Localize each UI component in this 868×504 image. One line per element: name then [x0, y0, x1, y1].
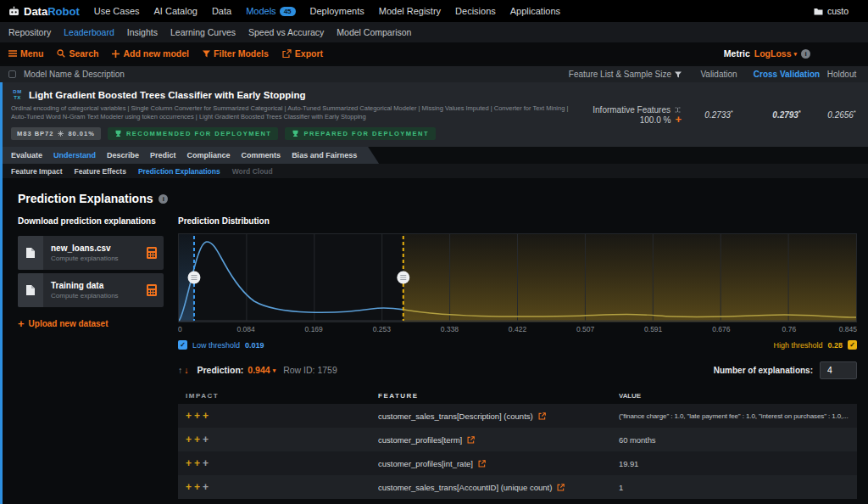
x-tick-label: 0.591 [644, 325, 662, 333]
tab-predict[interactable]: Predict [150, 151, 176, 160]
filter-icon [675, 71, 682, 78]
dataset-card-training-data[interactable]: Training data Compute explanations [18, 273, 164, 307]
page-title-info-icon[interactable]: i [159, 194, 168, 204]
feature-cell: customer_sales_trans[AccountID] (unique … [378, 483, 619, 492]
calculator-icon [147, 247, 157, 259]
impact-plus-icon: + [186, 410, 192, 422]
prediction-value: 0.944 [248, 365, 270, 375]
metric-info-icon[interactable]: i [801, 49, 810, 59]
sort-ascending-icon[interactable]: ↑ [178, 365, 182, 375]
tab-evaluate[interactable]: Evaluate [11, 151, 42, 160]
model-tabs: Evaluate Understand Describe Predict Com… [3, 147, 379, 164]
sample-size: 100.0 % [640, 115, 671, 125]
nav-ai-catalog[interactable]: AI Catalog [154, 6, 198, 16]
dataset-text: new_loans.csv Compute explanations [43, 244, 147, 262]
nav-data[interactable]: Data [212, 6, 231, 16]
calculator-icon [147, 284, 157, 296]
leaderboard-toolbar: Menu Search Add new model Filter Models … [0, 42, 868, 64]
prediction-value-dropdown[interactable]: 0.944 ▾ [248, 365, 275, 375]
metric-value: LogLoss [754, 48, 792, 59]
metric-label: Metric [724, 48, 750, 59]
increase-sample-button[interactable]: + [675, 115, 682, 124]
model-title: Light Gradient Boosted Trees Classifier … [29, 90, 306, 100]
nav-speed-vs-accuracy[interactable]: Speed vs Accuracy [248, 27, 324, 37]
column-validation[interactable]: Validation [687, 70, 751, 79]
subtab-feature-effects[interactable]: Feature Effects [74, 167, 125, 176]
model-metrics: Informative Features 100.0 % + 0.2733* 0… [492, 89, 868, 140]
open-feature-button[interactable] [538, 412, 546, 420]
nav-model-comparison[interactable]: Model Comparison [337, 27, 411, 37]
low-threshold-handle[interactable] [187, 272, 200, 284]
nav-use-cases[interactable]: Use Cases [94, 6, 140, 16]
num-explanations-input[interactable] [820, 361, 857, 379]
export-button[interactable]: Export [282, 48, 323, 59]
tab-compliance[interactable]: Compliance [187, 151, 231, 160]
feature-name: customer_profiles[term] [378, 435, 462, 445]
datarobot-logo[interactable]: DataRobot [8, 5, 80, 18]
plus-icon [112, 50, 120, 58]
menu-button[interactable]: Menu [8, 48, 43, 59]
x-tick-label: 0.084 [236, 325, 254, 333]
explanations-table: IMPACT FEATURE VALUE +++ customer_sales_… [178, 387, 857, 499]
impact-plus-icon: + [203, 481, 209, 493]
subtab-feature-impact[interactable]: Feature Impact [11, 167, 62, 176]
tab-describe[interactable]: Describe [107, 151, 139, 160]
download-section: Download prediction explanations new_loa… [18, 216, 164, 499]
nav-leaderboard[interactable]: Leaderboard [64, 27, 114, 37]
open-feature-button[interactable] [557, 484, 565, 491]
prediction-explanations-panel: Prediction Explanations i Download predi… [3, 178, 868, 504]
low-threshold-label: Low threshold [192, 341, 240, 350]
tab-comments[interactable]: Comments [242, 151, 281, 160]
holdout-score: 0.2656* [822, 109, 861, 120]
select-all-checkbox[interactable] [8, 70, 16, 78]
selected-model-region: DM TX Light Gradient Boosted Trees Class… [0, 82, 868, 504]
prediction-distribution-chart[interactable] [178, 233, 857, 322]
compute-explanations-button[interactable] [147, 247, 157, 259]
nav-insights[interactable]: Insights [127, 27, 158, 37]
nav-applications[interactable]: Applications [510, 6, 560, 16]
compute-explanations-button[interactable] [147, 284, 157, 296]
column-feature-list[interactable]: Feature List & Sample Size [492, 70, 687, 79]
open-feature-button[interactable] [478, 460, 486, 468]
x-tick-label: 0.422 [509, 325, 526, 333]
impact-plus-icon: + [194, 457, 200, 469]
nav-model-registry[interactable]: Model Registry [379, 6, 441, 16]
distribution-svg [179, 234, 856, 322]
low-threshold-checkbox[interactable]: ✓ [178, 340, 187, 350]
brand-part1: Data [24, 5, 47, 18]
value-cell: ("finance charge" : 1.0, "late payment f… [619, 412, 857, 420]
feature-list-name[interactable]: Informative Features [593, 105, 670, 115]
dataset-card-new-loans[interactable]: new_loans.csv Compute explanations [18, 236, 164, 270]
impact-cell: +++ [178, 410, 378, 422]
filter-models-button[interactable]: Filter Models [203, 48, 269, 59]
add-new-model-button[interactable]: Add new model [112, 48, 189, 59]
brand-part2: Robot [47, 5, 80, 18]
nav-models[interactable]: Models 45 [246, 6, 295, 16]
search-button[interactable]: Search [57, 48, 98, 59]
header-impact: IMPACT [178, 392, 378, 400]
model-row[interactable]: DM TX Light Gradient Boosted Trees Class… [3, 82, 868, 147]
metric-dropdown[interactable]: LogLoss ▾ [754, 48, 797, 59]
nav-learning-curves[interactable]: Learning Curves [170, 27, 236, 37]
validation-score: 0.2733* [687, 109, 751, 120]
table-row: +++ customer_sales_trans[Description] (c… [178, 404, 857, 428]
tab-understand[interactable]: Understand [53, 151, 96, 160]
table-row: +++ customer_sales_trans[AccountID] (uni… [178, 475, 857, 499]
nav-decisions[interactable]: Decisions [455, 6, 496, 16]
dataset-text: Training data Compute explanations [43, 281, 147, 300]
trophy-icon [292, 130, 299, 137]
upload-new-dataset-link[interactable]: + Upload new dataset [18, 319, 108, 328]
high-threshold-checkbox[interactable]: ✓ [848, 340, 857, 350]
open-feature-button[interactable] [467, 436, 475, 444]
add-new-model-label: Add new model [123, 48, 189, 59]
nav-repository[interactable]: Repository [8, 27, 51, 37]
impact-plus-icon: + [194, 481, 200, 493]
tab-bias-and-fairness[interactable]: Bias and Fairness [292, 151, 357, 160]
high-threshold-handle[interactable] [397, 272, 409, 284]
sort-descending-icon[interactable]: ↓ [184, 365, 188, 375]
column-holdout[interactable]: Holdout [822, 70, 861, 79]
subtab-prediction-explanations[interactable]: Prediction Explanations [138, 167, 220, 176]
nav-deployments[interactable]: Deployments [310, 6, 364, 16]
column-cross-validation[interactable]: Cross Validation [751, 70, 822, 79]
project-selector[interactable]: custo [814, 6, 861, 16]
